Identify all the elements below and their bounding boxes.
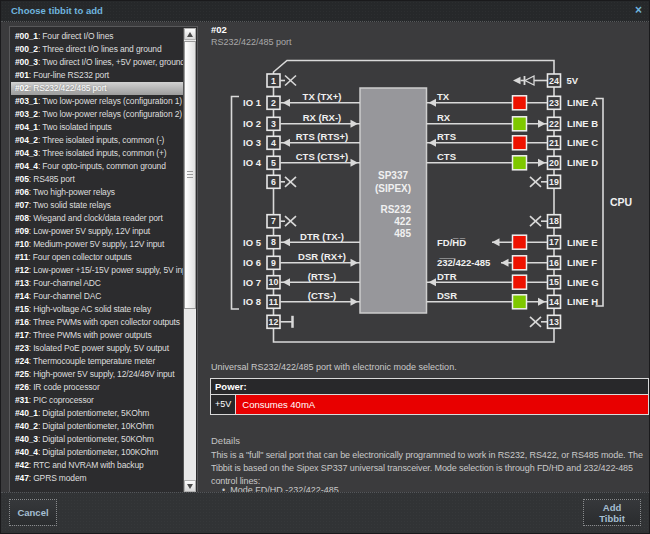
list-item[interactable]: #06: Two high-power relays [11, 186, 183, 199]
arrowhead-icon [538, 120, 546, 128]
cpu-line-label: LINE H [567, 296, 598, 307]
transceiver-chip [360, 88, 427, 313]
list-item[interactable]: #00_2: Three direct I/O lines and ground [11, 43, 183, 56]
led-indicator-green [513, 295, 527, 309]
chip-vendor-label: (SIPEX) [375, 183, 411, 194]
arrowhead-icon [283, 278, 291, 286]
list-item[interactable]: #47: GPRS modem [11, 472, 183, 485]
diode-icon [525, 76, 534, 85]
pin-number: 11 [269, 297, 278, 307]
pin-number: 2 [271, 98, 276, 108]
add-tibbit-button[interactable]: Add Tibbit [583, 499, 641, 526]
list-item[interactable]: #04_4: Four opto-inputs, common ground [11, 160, 183, 173]
list-item[interactable]: #03_2: Two low-power relays (configurati… [11, 108, 183, 121]
list-item[interactable]: #10: Medium-power 5V supply, 12V input [11, 238, 183, 251]
arrowhead-icon [283, 139, 291, 147]
list-item[interactable]: #04_1: Two isolated inputs [11, 121, 183, 134]
pin-number: 9 [271, 258, 276, 268]
tibbit-detail-panel: #02 RS232/422/485 port SP337(SIPEX)RS232… [208, 21, 650, 495]
list-item[interactable]: #04_3: Three isolated inputs, common (+) [11, 147, 183, 160]
signal-label: RTS (RTS+) [296, 131, 349, 142]
list-item[interactable]: #00_3: Two direct I/O lines, +5V power, … [11, 56, 183, 69]
arrowhead-icon [429, 139, 437, 147]
list-item[interactable]: #01: Four-line RS232 port [11, 69, 183, 82]
diode-arrow-icon [513, 77, 521, 84]
list-item[interactable]: #13: Four-channel ADC [11, 277, 183, 290]
scroll-down-button[interactable] [184, 480, 196, 492]
tibbit-list: #00_1: Four direct I/O lines#00_2: Three… [11, 28, 183, 492]
io-label: IO 2 [243, 118, 261, 129]
pin-number: 17 [549, 237, 559, 247]
signal-label: (CTS-) [308, 290, 337, 301]
scrollbar-thumb[interactable] [184, 41, 196, 309]
list-item[interactable]: #07: Two solid state relays [11, 199, 183, 212]
list-item[interactable]: #16: Three PWMs with open collector outp… [11, 316, 183, 329]
list-item[interactable]: #14: Four-channel DAC [11, 290, 183, 303]
cpu-line-label: LINE E [567, 237, 598, 248]
list-item[interactable]: #23: Isolated PoE power supply, 5V outpu… [11, 342, 183, 355]
list-item[interactable]: #40_2: Digital potentiometer, 10KOhm [11, 420, 183, 433]
list-item[interactable]: #02: RS232/422/485 port [11, 82, 183, 95]
list-item[interactable]: #12: Low-power +15/-15V power supply, 5V… [11, 264, 183, 277]
list-item[interactable]: #24: Thermocouple temperature meter [11, 355, 183, 368]
io-group-bracket [232, 97, 240, 310]
signal-label: FD/H̅D̅ [437, 237, 466, 248]
led-indicator-red [513, 235, 527, 249]
cpu-line-label: LINE C [567, 137, 598, 148]
list-item[interactable]: #17: Three PWMs with power outputs [11, 329, 183, 342]
tibbit-list-panel: #00_1: Four direct I/O lines#00_2: Three… [9, 26, 198, 494]
list-item[interactable]: #40_3: Digital potentiometer, 50KOhm [11, 433, 183, 446]
pin-number: 7 [271, 216, 276, 226]
pin-number: 13 [549, 317, 559, 327]
io-label: IO 3 [243, 137, 261, 148]
list-item[interactable]: #11: Four open collector outputs [11, 251, 183, 264]
tibbit-pinout-diagram: SP337(SIPEX)RS232422485TX (TX+)IO 1RX (R… [208, 55, 650, 350]
dialog-titlebar: Choose tibbit to add × [1, 1, 649, 22]
arrowhead-icon [351, 259, 359, 267]
pin-number: 18 [549, 216, 559, 226]
chip-mode-label: 485 [394, 228, 411, 239]
pin-number: 3 [271, 119, 276, 129]
list-item[interactable]: #08: Wiegand and clock/data reader port [11, 212, 183, 225]
list-item[interactable]: #25: High-power 5V supply, 12/24/48V inp… [11, 368, 183, 381]
dialog-title: Choose tibbit to add [11, 5, 103, 16]
arrowhead-icon [351, 159, 359, 167]
close-icon[interactable]: × [635, 3, 642, 17]
signal-label: RX (RX-) [303, 112, 342, 123]
list-item[interactable]: #05: RS485 port [11, 173, 183, 186]
signal-label: DTR [437, 271, 457, 282]
power-rail: +5V [211, 395, 236, 414]
pin-number: 15 [549, 277, 559, 287]
list-item[interactable]: #15: High-voltage AC solid state relay [11, 303, 183, 316]
list-item[interactable]: #09: Low-power 5V supply, 12V input [11, 225, 183, 238]
signal-label: RX [437, 112, 451, 123]
choose-tibbit-dialog: Choose tibbit to add × #00_1: Four direc… [0, 0, 650, 534]
cancel-button[interactable]: Cancel [9, 499, 57, 526]
dialog-footer: Cancel Add Tibbit [1, 492, 649, 533]
list-item[interactable]: #40_1: Digital potentiometer, 5KOhm [11, 407, 183, 420]
list-item[interactable]: #31: PIC coprocessor [11, 394, 183, 407]
list-item[interactable]: #40_4: Digital potentiometer, 100KOhm [11, 446, 183, 459]
pin-number: 23 [549, 98, 559, 108]
scroll-up-button[interactable] [184, 28, 196, 40]
cpu-line-label: LINE F [567, 257, 597, 268]
cpu-group-bracket [596, 99, 604, 307]
signal-label: TX [437, 91, 450, 102]
list-scrollbar[interactable] [183, 28, 196, 492]
list-item[interactable]: #26: IR code processor [11, 381, 183, 394]
io-label: IO 7 [243, 277, 261, 288]
details-heading: Details [211, 435, 240, 446]
led-indicator-red [513, 96, 527, 110]
arrowhead-icon [429, 278, 437, 286]
pin-number: 5 [271, 158, 276, 168]
pin-number: 20 [549, 158, 559, 168]
arrowhead-icon [351, 120, 359, 128]
list-item[interactable]: #00_1: Four direct I/O lines [11, 30, 183, 43]
io-label: IO 8 [243, 296, 261, 307]
led-indicator-green [513, 117, 527, 131]
signal-label: DSR [437, 290, 457, 301]
list-item[interactable]: #04_2: Three isolated inputs, common (-) [11, 134, 183, 147]
list-item[interactable]: #03_1: Two low-power relays (configurati… [11, 95, 183, 108]
list-item[interactable]: #42: RTC and NVRAM with backup [11, 459, 183, 472]
arrowhead-icon [351, 298, 359, 306]
